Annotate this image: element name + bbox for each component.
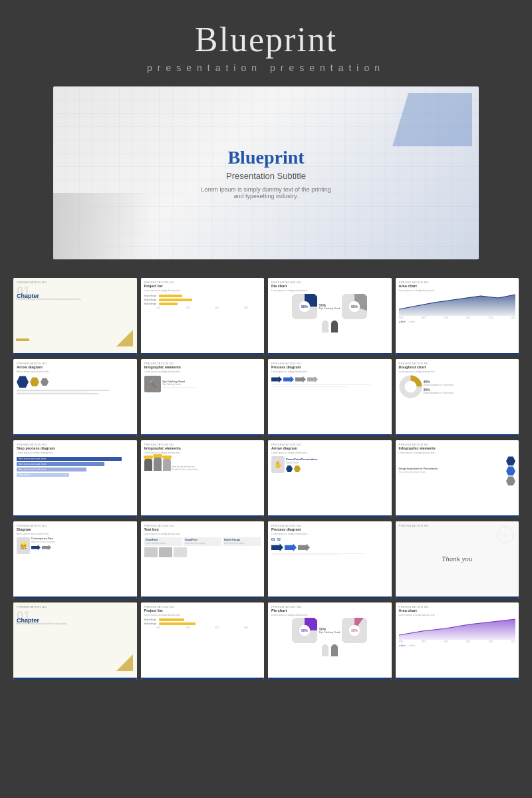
hero-slide: Blueprint Presentation Subtitle Lorem Ip… [53, 86, 479, 259]
hero-body: Lorem Ipsum is simply dummy text of the … [200, 186, 332, 200]
slide-row-5: Presentation No. 01 Chapter Presentation… [7, 602, 525, 684]
bar-2 [159, 299, 192, 301]
pie-figures [271, 321, 388, 332]
step-bar-2: More choices and visual trends [17, 462, 104, 466]
slide-desc: Lorem Ipsum is simply dummy text. [271, 533, 388, 536]
text-box-1: VisualPoint Lorem text here simple [144, 537, 182, 546]
infographic-text: Eye Catching Visual Eye Catching Visual [163, 380, 261, 388]
yb1: 2008 [399, 640, 404, 643]
side-line-2: Simple text here presentation. [172, 468, 261, 471]
pie-b-figures [271, 644, 388, 656]
year-2012: 2012 [186, 307, 190, 309]
slide-thumb-infographic-2[interactable]: Presentation No. Infographic elements Lo… [141, 440, 265, 517]
bar-1 [159, 295, 182, 297]
text-box-3: Stylish Design Lorem text here simple [223, 537, 261, 546]
slide-desc: More choices and visual trends [17, 533, 134, 536]
infographic-content: 🔨 Eye Catching Visual Eye Catching Visua… [144, 376, 261, 392]
slide-thumb-area-chart-b[interactable]: Presentation No. Area chart Lorem Ipsum … [396, 602, 519, 680]
tb-label-1: VisualPoint [146, 539, 181, 541]
arrow-diagram-2-content: ✋ PowerPoint Presentation Stylish Design [271, 456, 388, 473]
slide-thumb-process-diagram[interactable]: Presentation No. Process diagram Lorem I… [268, 359, 392, 436]
person-b1 [322, 644, 329, 656]
slide-bottom-bar [13, 515, 137, 517]
hex-3 [41, 378, 49, 386]
year-b3: 2013 [215, 626, 219, 629]
step-bar-4: More choices [17, 473, 69, 477]
slide-thumb-chapter-b[interactable]: Presentation No. 01 Chapter Presentation… [13, 602, 137, 680]
chapter-desc: Presentation is simply dummy text of the… [16, 298, 90, 301]
slide-bottom-bar [268, 353, 392, 355]
slide-thumb-diagram[interactable]: Presentation No. Diagram More choices an… [13, 521, 137, 598]
page-subtitle: presentation presentation [13, 63, 519, 73]
year-2014: 2014 [244, 307, 249, 309]
slide-thumb-arrow-diagram-2[interactable]: Presentation No. Arrow diagram Lorem Ips… [268, 440, 392, 517]
fig-3 [163, 458, 171, 471]
slide-thumb-pie-chart-b[interactable]: Presentation No. Pie chart Lorem Ipsum i… [268, 602, 392, 680]
slide-thumb-text-box[interactable]: Presentation No. Text box Lorem Ipsum is… [141, 521, 265, 598]
hero-title: Blueprint [200, 147, 332, 168]
slide-desc: Lorem Ipsum is simply dummy text. [17, 452, 134, 455]
arrow-2-hexes [286, 466, 388, 472]
diag-arrow-2 [42, 545, 51, 550]
thank-you-content: Thank you [442, 555, 472, 563]
slide-thumb-project-list[interactable]: Presentation No. Project list Lorem Ipsu… [141, 278, 265, 355]
area-chart-svg [399, 293, 516, 316]
tb-text-1: Lorem text here simple [146, 542, 181, 545]
doughnut-labels: 45% Design Inspiration for Presentation … [424, 380, 454, 394]
pie-svg-b: 50% [292, 618, 317, 643]
pl2-2 [271, 555, 341, 555]
slide-thumb-area-chart[interactable]: Presentation No. Area chart Lorem Ipsum … [396, 278, 519, 355]
slide-label: Infographic elements [144, 365, 261, 369]
slide-bottom-bar [396, 678, 519, 680]
slide-bottom-bar [268, 515, 392, 517]
slide-label: Text box [144, 527, 261, 531]
slide-bottom-bar [396, 434, 519, 436]
slide-thumb-step-process[interactable]: Presentation No. Step process diagram Lo… [13, 440, 137, 517]
tb-text-3: Lorem text here simple [224, 542, 259, 545]
project-bars: Stylish design Stylish design Stylish de… [144, 295, 261, 309]
slide-thumb-pie-chart[interactable]: Presentation No. Pie chart Lorem Ipsum i… [268, 278, 392, 355]
slide-thumb-infographic-3[interactable]: Presentation No. Infographic elements Lo… [396, 440, 519, 517]
slide-label: Arrow diagram [17, 365, 134, 369]
slide-thumb-chapter[interactable]: Presentation No. 01 Chapter Presentation… [13, 278, 137, 355]
doughnut-content: 45% Design Inspiration for Presentation … [399, 375, 516, 398]
slide-bottom-bar [141, 434, 265, 436]
slide-row-3: Presentation No. Step process diagram Lo… [7, 440, 525, 521]
info3-text: Design Inspiration for Presentation Your… [399, 467, 505, 475]
slide-thumb-infographic[interactable]: Presentation No. Infographic elements Lo… [141, 359, 265, 436]
page-header: Blueprint presentation presentation [0, 0, 532, 86]
slide-label: Area chart [399, 284, 516, 288]
hex-2 [30, 377, 39, 386]
process2-content: 01 02 [271, 537, 388, 556]
hammer-img: 🔨 [144, 376, 161, 392]
slide-thumb-doughnut[interactable]: Presentation No. Doughnut chart Lorem Ip… [396, 359, 519, 436]
slide-thumb-thank-you[interactable]: Presentation No. Thank you [396, 521, 519, 598]
helmet-2 [153, 454, 162, 458]
step-text-4: More choices [19, 473, 31, 476]
hex-i3 [506, 476, 515, 485]
slide-desc: Lorem Ipsum is simply dummy text. [144, 370, 261, 374]
process-arrows [271, 376, 388, 382]
slide-label: Step process diagram [17, 446, 134, 450]
slide-bottom-bar [396, 597, 519, 598]
slide-desc: Lorem Ipsum is simply dummy text. [271, 452, 388, 455]
thank-you-text: Thank you [442, 555, 472, 563]
stylish-label-1: Stylish design [144, 295, 158, 297]
slide-desc: Lorem Ipsum is simply dummy text. [271, 370, 388, 374]
slide-thumb-project-list-b[interactable]: Presentation No. Project list Lorem Ipsu… [141, 602, 265, 680]
slide-thumb-process-diagram-2[interactable]: Presentation No. Process diagram Lorem I… [268, 521, 392, 598]
y2: 2009 [421, 317, 426, 319]
yb2: 2009 [421, 640, 426, 643]
svg-marker-0 [116, 330, 133, 346]
bar-label-b2: Stylish design [144, 622, 158, 625]
proc2-num: 01 [271, 537, 275, 541]
slide-label: Area chart [399, 608, 516, 612]
slide-tag: Presentation No. [17, 281, 134, 284]
slide-thumb-arrow-diagram[interactable]: Presentation No. Arrow diagram More choi… [13, 359, 137, 436]
bar-3 [159, 303, 178, 305]
hammer-icon: 🔨 [148, 380, 156, 388]
hex-i1 [506, 456, 515, 466]
person-icon: 👷 [19, 542, 27, 549]
slide-label: Pie chart [271, 284, 388, 288]
hero-content: Blueprint Presentation Subtitle Lorem Ip… [200, 147, 332, 200]
